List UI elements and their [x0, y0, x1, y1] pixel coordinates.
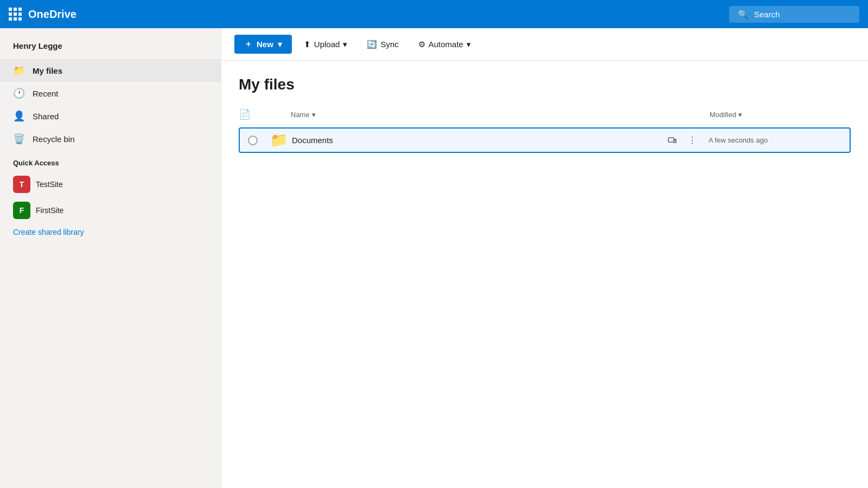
modified-column-header[interactable]: Modified ▾ — [710, 111, 851, 119]
row-checkbox[interactable] — [240, 136, 266, 145]
file-action-buttons: ⋮ — [665, 133, 709, 148]
create-shared-library-link[interactable]: Create shared library — [0, 223, 221, 241]
sidebar-item-shared[interactable]: 👤 Shared — [0, 105, 221, 127]
testsite-icon: T — [13, 176, 30, 193]
toolbar: ＋ New ▾ ⬆ Upload ▾ 🔄 Sync ⚙ Automate ▾ — [221, 28, 868, 61]
sync-button[interactable]: 🔄 Sync — [359, 35, 406, 54]
folder-icon: 📁 — [270, 132, 288, 149]
search-label: Search — [754, 10, 780, 19]
app-logo: OneDrive — [28, 8, 76, 21]
header-check-col: 📄 — [239, 108, 265, 120]
content-area: ＋ New ▾ ⬆ Upload ▾ 🔄 Sync ⚙ Automate ▾ M… — [221, 28, 868, 488]
new-plus-icon: ＋ — [244, 39, 252, 49]
file-list-header: 📄 Name ▾ Modified ▾ — [239, 104, 851, 125]
file-modified: A few seconds ago — [709, 136, 850, 144]
quick-access-title: Quick Access — [0, 150, 221, 171]
file-name[interactable]: Documents — [292, 136, 665, 145]
more-actions-icon[interactable]: ⋮ — [685, 133, 700, 148]
search-icon: 🔍 — [738, 9, 749, 20]
upload-button[interactable]: ⬆ Upload ▾ — [296, 35, 355, 54]
firstsite-label: FirstSite — [36, 206, 63, 215]
sync-icon: 🔄 — [367, 40, 377, 49]
page-header: My files — [221, 61, 868, 104]
name-column-header[interactable]: Name ▾ — [291, 111, 666, 119]
sidebar-item-recycle-bin[interactable]: 🗑️ Recycle bin — [0, 127, 221, 150]
search-box[interactable]: 🔍 Search — [729, 6, 859, 23]
new-button[interactable]: ＋ New ▾ — [234, 35, 292, 54]
my-files-icon: 📁 — [13, 65, 33, 76]
sidebar-item-recycle-bin-label: Recycle bin — [33, 134, 75, 144]
share-action-icon[interactable] — [665, 133, 680, 148]
header-name-col[interactable]: Name ▾ — [291, 111, 666, 119]
recycle-bin-icon: 🗑️ — [13, 133, 33, 145]
upload-icon: ⬆ — [304, 40, 311, 49]
upload-label: Upload — [314, 40, 340, 49]
sidebar-item-recent[interactable]: 🕐 Recent — [0, 82, 221, 105]
user-name: Henry Legge — [0, 37, 221, 59]
sidebar-item-testsite[interactable]: T TestSite — [0, 171, 221, 197]
folder-icon-col: 📁 — [266, 132, 292, 149]
svg-rect-0 — [668, 138, 674, 142]
checkbox-circle[interactable] — [248, 136, 258, 145]
file-type-icon-header: 📄 — [239, 109, 251, 120]
automate-button[interactable]: ⚙ Automate ▾ — [411, 35, 478, 54]
testsite-label: TestSite — [36, 180, 63, 189]
automate-chevron-icon: ▾ — [467, 40, 471, 49]
sidebar: Henry Legge 📁 My files 🕐 Recent 👤 Shared… — [0, 28, 221, 488]
table-row[interactable]: 📁 Documents ⋮ A few seconds ago — [239, 127, 851, 153]
file-list: 📄 Name ▾ Modified ▾ — [221, 104, 868, 488]
new-label: New — [257, 40, 273, 49]
sidebar-item-recent-label: Recent — [33, 89, 59, 98]
upload-chevron-icon: ▾ — [343, 40, 347, 49]
shared-icon: 👤 — [13, 110, 33, 122]
sidebar-item-my-files[interactable]: 📁 My files — [0, 59, 221, 82]
page-title: My files — [239, 76, 851, 93]
sync-label: Sync — [380, 40, 398, 49]
header-modified-col[interactable]: Modified ▾ — [710, 111, 851, 119]
modified-sort-icon: ▾ — [738, 111, 742, 119]
firstsite-icon: F — [13, 202, 30, 219]
app-header: OneDrive 🔍 Search — [0, 0, 868, 28]
recent-icon: 🕐 — [13, 87, 33, 99]
sidebar-item-shared-label: Shared — [33, 112, 59, 121]
sidebar-item-my-files-label: My files — [33, 66, 62, 75]
automate-label: Automate — [429, 40, 463, 49]
sidebar-item-firstsite[interactable]: F FirstSite — [0, 197, 221, 223]
app-launcher-icon[interactable] — [9, 8, 22, 21]
name-sort-icon: ▾ — [312, 111, 316, 119]
main-layout: Henry Legge 📁 My files 🕐 Recent 👤 Shared… — [0, 28, 868, 488]
new-chevron-icon: ▾ — [278, 40, 282, 49]
automate-icon: ⚙ — [418, 40, 425, 49]
